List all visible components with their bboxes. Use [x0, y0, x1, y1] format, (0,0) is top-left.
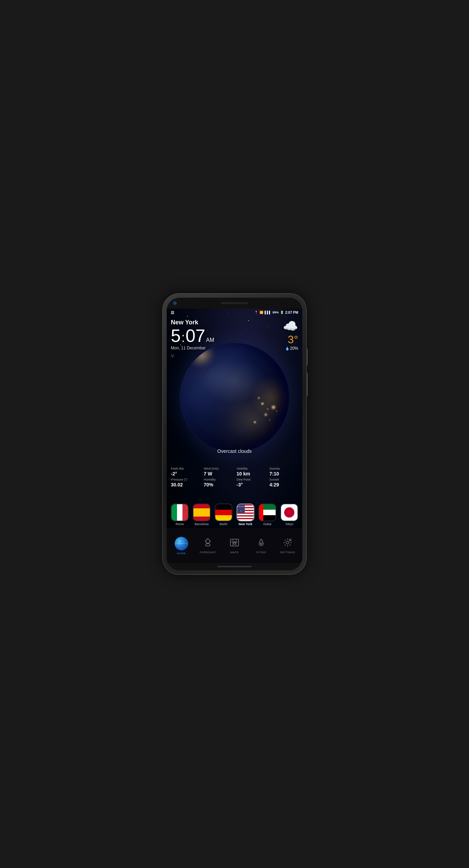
screen-content: 🖼 📍 📶 ▌▌▌ 89% 🔋 2:07 PM New York 5 : 07: [167, 309, 302, 563]
wind-stat: Wind (m/s) 7 W: [202, 467, 234, 476]
spain-flag: [193, 504, 210, 521]
dew-point-stat: Dew Point -3°: [235, 478, 267, 487]
speaker-grille: [221, 302, 248, 304]
city-label-berlin: Berlin: [219, 522, 227, 526]
cities-bar: Rome Barcelona: [167, 504, 302, 526]
phone-frame: 🖼 📍 📶 ▌▌▌ 89% 🔋 2:07 PM New York 5 : 07: [163, 294, 306, 574]
japan-flag: [281, 504, 297, 521]
feels-like-value: -2°: [171, 471, 200, 476]
city-flag-barcelona[interactable]: [193, 504, 211, 521]
nav-maps[interactable]: MAPS: [224, 538, 245, 554]
temperature-display: 3°: [288, 333, 298, 346]
germany-flag: [215, 504, 232, 521]
top-bezel: [167, 298, 302, 309]
nav-home[interactable]: HOME: [170, 537, 192, 555]
italy-flag: [172, 504, 188, 521]
sunset-label: Sunset: [269, 478, 298, 481]
humidity-value: 70%: [204, 482, 232, 487]
sunrise-label: Sunrise: [269, 467, 298, 470]
city-item-berlin[interactable]: Berlin: [214, 504, 233, 526]
sunset-value: 4:29: [269, 482, 298, 487]
pressure-label: Pressure ("): [171, 478, 200, 481]
time-separator: :: [181, 331, 185, 345]
weather-description: Overcast clouds: [167, 448, 302, 454]
svg-point-12: [260, 543, 262, 545]
dew-point-value: -3°: [237, 482, 265, 487]
feels-like-label: Feels like: [171, 467, 200, 470]
weather-top-right: ☁️ 3° 💧 20%: [283, 319, 298, 351]
wind-value: 7 W: [204, 471, 232, 476]
city-item-newyork[interactable]: ★ ★ ★ ★ ★ ★ New York: [236, 504, 255, 526]
weather-stats: Feels like -2° Wind (m/s) 7 W Visibility…: [167, 467, 302, 487]
sunrise-stat: Sunrise 7:10: [268, 467, 300, 476]
maps-icon: [230, 538, 239, 549]
cities-svg: [256, 538, 266, 547]
nav-settings[interactable]: SETTINGS: [277, 538, 299, 554]
time-hour: 5: [171, 327, 181, 345]
status-right: 📍 📶 ▌▌▌ 89% 🔋 2:07 PM: [254, 311, 298, 314]
nav-home-label: HOME: [177, 552, 186, 555]
city-item-tokyo[interactable]: Tokyo: [280, 504, 299, 526]
dew-point-label: Dew Point: [237, 478, 265, 481]
clock-display: 2:07 PM: [285, 311, 298, 314]
gallery-icon: 🖼: [171, 311, 174, 314]
humidity-stat: Humidity 70%: [202, 478, 234, 487]
nav-settings-label: SETTINGS: [280, 551, 295, 554]
cloud-icon: ☁️: [283, 319, 298, 333]
precip-chance: 20%: [290, 346, 298, 351]
city-item-dubai[interactable]: Dubai: [258, 504, 277, 526]
nav-cities[interactable]: CITIES: [250, 538, 272, 554]
forecast-icon: [203, 538, 213, 549]
city-flag-tokyo[interactable]: [280, 504, 298, 521]
city-flag-newyork[interactable]: ★ ★ ★ ★ ★ ★: [237, 504, 254, 521]
city-flag-berlin[interactable]: [215, 504, 232, 521]
city-label-newyork: New York: [239, 522, 252, 526]
globe-svg: [175, 537, 188, 550]
home-indicator[interactable]: [217, 566, 252, 567]
phone-screen: 🖼 📍 📶 ▌▌▌ 89% 🔋 2:07 PM New York 5 : 07: [167, 298, 302, 570]
feels-like-stat: Feels like -2°: [169, 467, 201, 476]
settings-svg: [283, 538, 292, 547]
battery-level: 89%: [272, 311, 279, 314]
maps-svg: [230, 538, 239, 547]
city-flag-rome[interactable]: [171, 504, 189, 521]
cities-icon: [256, 538, 266, 549]
raindrop-icon: 💧: [285, 347, 289, 350]
city-label-tokyo: Tokyo: [285, 522, 293, 526]
precipitation-display: 💧 20%: [285, 346, 298, 351]
sunset-stat: Sunset 4:29: [268, 478, 300, 487]
time-ampm: AM: [206, 337, 214, 343]
wind-label: Wind (m/s): [204, 467, 232, 470]
nav-forecast-label: FORECAST: [200, 551, 216, 554]
sunrise-value: 7:10: [269, 471, 298, 476]
visibility-stat: Visibility 10 km: [235, 467, 267, 476]
forecast-svg: [203, 538, 213, 547]
svg-point-13: [286, 541, 289, 544]
humidity-label: Humidity: [204, 478, 232, 481]
city-label-barcelona: Barcelona: [195, 522, 209, 526]
weather-overlay: New York 5 : 07 AM Mon, 11 December ⑂: [167, 316, 302, 362]
home-globe-icon: [175, 537, 188, 550]
wifi-icon: 📶: [259, 311, 263, 314]
share-icon[interactable]: ⑂: [171, 353, 298, 359]
nav-maps-label: MAPS: [230, 551, 239, 554]
time-minute: 07: [186, 327, 205, 345]
date-display: Mon, 11 December: [171, 346, 298, 350]
nav-forecast[interactable]: FORECAST: [197, 538, 219, 554]
bottom-navigation: HOME FORECAST: [167, 529, 302, 563]
uae-flag: [259, 504, 276, 521]
bottom-bezel: [167, 563, 302, 570]
city-item-rome[interactable]: Rome: [170, 504, 189, 526]
city-item-barcelona[interactable]: Barcelona: [192, 504, 211, 526]
svg-rect-10: [230, 539, 239, 546]
time-display: 5 : 07 AM: [171, 327, 298, 345]
pressure-stat: Pressure (") 30.02: [169, 478, 201, 487]
status-bar: 🖼 📍 📶 ▌▌▌ 89% 🔋 2:07 PM: [167, 309, 302, 316]
city-flag-dubai[interactable]: [258, 504, 276, 521]
city-label-rome: Rome: [176, 522, 184, 526]
settings-icon: [283, 538, 292, 549]
city-name: New York: [171, 319, 298, 326]
nav-cities-label: CITIES: [256, 551, 266, 554]
front-camera: [174, 302, 176, 305]
visibility-value: 10 km: [237, 471, 265, 476]
